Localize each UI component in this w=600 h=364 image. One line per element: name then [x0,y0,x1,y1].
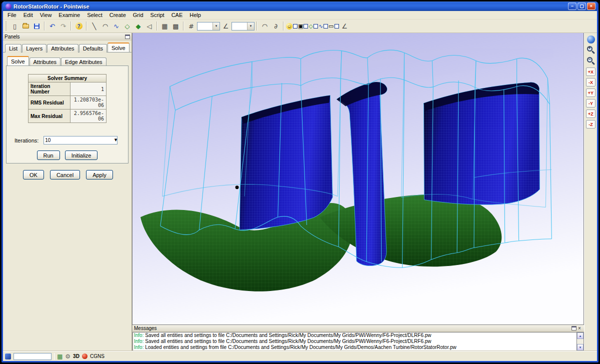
extrude-tool-button[interactable]: ◁ [144,21,154,32]
menu-create[interactable]: Create [106,12,130,18]
subtab-edge-attributes[interactable]: Edge Attributes [61,58,106,66]
diamond-solid-icon: ◆ [136,22,141,30]
viewport-3d[interactable] [132,33,584,325]
view-minus-z-button[interactable]: -Z [586,120,596,128]
model-visibility-toggle[interactable]: ▭ [328,23,338,30]
unstructured-grid-button[interactable]: ▩ [170,21,181,32]
tool-status-icon: ⚙ [65,353,70,360]
iterations-combo[interactable]: ▾ [44,136,118,144]
block-visibility-toggle[interactable]: ▣ [298,23,308,30]
messages-close-icon[interactable]: × [576,326,582,331]
save-button[interactable] [32,21,42,32]
list-item: Info: Saved all entities and settings to… [134,332,576,338]
block-checkbox[interactable] [304,24,308,28]
grid-point[interactable] [236,186,239,189]
tab-layers[interactable]: Layers [22,44,46,52]
menu-file[interactable]: File [4,12,20,18]
ok-button[interactable]: OK [23,170,44,180]
derivative-button[interactable]: ∂ [270,21,281,32]
line-tool-button[interactable]: ╲ [89,21,100,32]
row-label: Iteration Number [28,82,70,96]
table-row: Max Residual 2.956576e-06 [28,110,106,123]
zoom-in-button[interactable]: + [586,46,596,54]
angle-measure-button[interactable]: ∠ [340,21,350,32]
structured-grid-button[interactable]: ▦ [160,21,170,32]
title-bar[interactable]: RotorStatorRotor - Pointwise − ▢ × [3,2,597,11]
dimension-label: # [186,21,196,32]
toolbar-grip[interactable] [6,22,8,30]
menu-script[interactable]: Script [147,12,168,18]
cae-solver-icon [82,354,88,359]
menu-help[interactable]: Help [186,12,204,18]
connector-checkbox[interactable] [324,24,328,28]
apply-button[interactable]: Apply [86,170,113,180]
subtab-solve[interactable]: Solve [7,56,29,66]
tab-list[interactable]: List [5,44,22,52]
domain-solid-tool-button[interactable]: ◆ [133,21,144,32]
domain-mask-icon: ◇ [308,23,312,30]
initialize-button[interactable]: Initialize [65,150,98,160]
arc-tool-button[interactable]: ◠ [100,21,110,32]
undo-button[interactable]: ↶ [47,21,58,32]
rotor-blade-left[interactable] [240,96,332,230]
row-value: 2.956576e-06 [70,110,106,123]
menu-edit[interactable]: Edit [20,12,36,18]
domain-visibility-toggle[interactable]: ◇ [308,23,318,30]
reset-view-globe-icon[interactable] [587,36,595,44]
run-button[interactable]: Run [37,150,60,160]
maximize-button[interactable]: ▢ [578,2,586,10]
scroll-down-icon[interactable]: ▼ [577,344,584,350]
view-plus-z-button[interactable]: +Z [586,110,596,118]
view-minus-y-button[interactable]: -Y [586,99,596,108]
tab-solve[interactable]: Solve [108,42,130,52]
connector-visibility-toggle[interactable]: ∿ [318,23,328,30]
tangency-button[interactable]: ◠ [260,21,270,32]
menu-select[interactable]: Select [84,12,106,18]
minimize-button[interactable]: − [568,2,576,10]
viewport-3d-scene[interactable] [132,33,584,324]
messages-scrollbar[interactable]: ▲ ▼ [576,332,584,351]
view-plus-x-button[interactable]: +X [586,68,596,76]
dimension-combo[interactable]: ▾ [197,22,220,30]
subtab-attributes[interactable]: Attributes [30,58,60,66]
status-command-input[interactable] [14,353,52,360]
tab-defaults[interactable]: Defaults [79,44,107,52]
zoom-out-button[interactable]: − [586,56,596,66]
model-checkbox[interactable] [334,24,339,28]
cancel-button[interactable]: Cancel [50,170,80,180]
app-icon [6,4,12,10]
rotor-blade-right[interactable] [424,82,540,204]
menu-cae[interactable]: CAE [168,12,186,18]
row-label: Max Residual [28,110,70,123]
list-item: Info: Loaded entities and settings from … [134,344,576,350]
dimension-combo-dropdown-icon[interactable]: ▾ [212,22,220,30]
angle-combo-dropdown-icon[interactable]: ▾ [247,22,254,30]
view-minus-x-button[interactable]: -X [586,78,596,86]
domain-tool-button[interactable]: ◇ [122,21,132,32]
spline-tool-button[interactable]: ∿ [111,21,122,32]
menu-grid[interactable]: Grid [130,12,147,18]
database-visibility-toggle[interactable]: ☺ [286,23,298,30]
tab-attributes[interactable]: Attributes [47,44,78,52]
iterations-input[interactable] [44,136,114,144]
angle-combo[interactable]: ▾ [232,22,254,30]
float-panel-icon[interactable] [125,34,130,39]
database-checkbox[interactable] [293,24,298,28]
menu-view[interactable]: View [36,12,56,18]
table-row: RMS Residual 1.208703e-06 [28,96,106,110]
dimension-mode-badge[interactable]: 3D [73,354,80,359]
line-icon: ╲ [92,22,96,30]
redo-button[interactable]: ↷ [58,21,68,32]
view-plus-y-button[interactable]: +Y [586,88,596,97]
domain-checkbox[interactable] [314,24,318,28]
close-button[interactable]: × [587,2,596,10]
scroll-up-icon[interactable]: ▲ [577,332,584,339]
model-mask-icon: ▭ [328,23,334,30]
messages-float-icon[interactable] [572,326,576,330]
menu-examine[interactable]: Examine [55,12,84,18]
new-file-button[interactable]: ▯ [10,21,20,32]
open-file-button[interactable] [20,21,31,32]
partial-derivative-icon: ∂ [274,22,278,30]
iterations-dropdown-icon[interactable]: ▾ [114,136,118,144]
help-button[interactable]: ? [74,21,84,32]
